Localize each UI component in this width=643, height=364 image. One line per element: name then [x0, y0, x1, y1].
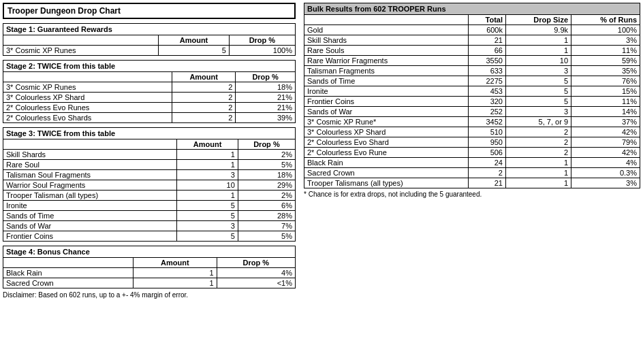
stage3-drop-5: 6%: [238, 201, 295, 211]
stage1-section: Stage 1: Guaranteed Rewards Amount Drop …: [3, 23, 296, 56]
stage3-amt-7: 3: [177, 221, 238, 231]
bulk-note: * Chance is for extra drops, not includi…: [304, 191, 640, 198]
bulk-row-frontiercoin: Frontier Coins 320 5 11%: [304, 97, 640, 107]
bulk-col-item: [304, 15, 469, 25]
stage2-col-drop: Drop %: [236, 72, 296, 82]
stage3-col-amount: Amount: [177, 139, 238, 150]
bulk-drop-blackrain: 1: [505, 158, 571, 168]
stage1-table: Stage 1: Guaranteed Rewards Amount Drop …: [3, 23, 296, 56]
bulk-total-gold: 600k: [468, 25, 505, 35]
stage3-drop-6: 28%: [238, 211, 295, 221]
stage2-amt-3: 2: [172, 113, 236, 123]
stage3-amt-4: 1: [177, 191, 238, 201]
bulk-row-sandstime: Sands of Time 2275 5 76%: [304, 76, 640, 86]
bulk-pct-cosmicrune: 37%: [571, 117, 640, 127]
bulk-item-evorune: 2* Colourless Evo Rune: [304, 148, 469, 158]
stage2-table: Stage 2: TWICE from this table Amount Dr…: [3, 60, 296, 123]
stage1-row-0: 3* Cosmic XP Runes 5 100%: [3, 46, 296, 56]
bulk-row-clshard: 3* Colourless XP Shard 510 2 42%: [304, 127, 640, 137]
bulk-row-sacredcrown: Sacred Crown 2 1 0.3%: [304, 168, 640, 178]
stage4-col-drop: Drop %: [217, 258, 295, 268]
stage1-title: Stage 1: Guaranteed Rewards: [3, 24, 296, 35]
bulk-row-ironite: Ironite 453 5 15%: [304, 86, 640, 97]
bulk-pct-gold: 100%: [571, 25, 640, 35]
bulk-pct-talismanfrag: 35%: [571, 66, 640, 76]
stage2-amt-2: 2: [172, 103, 236, 113]
bulk-row-evoshard: 2* Colourless Evo Shard 950 2 79%: [304, 137, 640, 148]
stage2-amt-0: 2: [172, 82, 236, 93]
bulk-item-sandswar: Sands of War: [304, 107, 469, 117]
stage4-drop-1: <1%: [217, 278, 295, 288]
bulk-row-skillshards: Skill Shards 21 1 3%: [304, 35, 640, 46]
stage2-section: Stage 2: TWICE from this table Amount Dr…: [3, 60, 296, 123]
bulk-drop-sacredcrown: 1: [505, 168, 571, 178]
bulk-item-skillshards: Skill Shards: [304, 35, 469, 46]
stage3-item-8: Frontier Coins: [3, 231, 177, 242]
stage3-amt-3: 10: [177, 180, 238, 191]
stage4-row-1: Sacred Crown 1 <1%: [3, 278, 296, 288]
bulk-total-raresouls: 66: [468, 46, 505, 56]
bulk-title: Bulk Results from 602 TROOPER Runs: [304, 3, 640, 15]
stage2-drop-0: 18%: [236, 82, 296, 93]
bulk-drop-skillshards: 1: [505, 35, 571, 46]
main-title: Trooper Dungeon Drop Chart: [3, 3, 296, 19]
bulk-item-gold: Gold: [304, 25, 469, 35]
bulk-total-frontiercoin: 320: [468, 97, 505, 107]
stage3-amt-5: 5: [177, 201, 238, 211]
bulk-pct-rwf: 59%: [571, 56, 640, 66]
bulk-drop-trooptal: 1: [505, 178, 571, 188]
right-panel: Bulk Results from 602 TROOPER Runs Total…: [304, 3, 640, 198]
stage3-table: Stage 3: TWICE from this table Amount Dr…: [3, 127, 296, 242]
stage3-item-4: Trooper Talisman (all types): [3, 191, 177, 201]
stage2-drop-2: 21%: [236, 103, 296, 113]
stage4-title: Stage 4: Bonus Chance: [3, 246, 296, 258]
stage1-drop-0: 100%: [229, 46, 295, 56]
bulk-pct-sacredcrown: 0.3%: [571, 168, 640, 178]
stage4-item-1: Sacred Crown: [3, 278, 134, 288]
stage2-drop-1: 21%: [236, 93, 296, 103]
stage3-drop-2: 18%: [238, 170, 295, 180]
stage4-row-0: Black Rain 1 4%: [3, 268, 296, 278]
stage3-drop-1: 5%: [238, 160, 295, 170]
bulk-item-trooptal: Trooper Talismans (all types): [304, 178, 469, 188]
bulk-total-evoshard: 950: [468, 137, 505, 148]
stage2-row-1: 3* Colourless XP Shard 2 21%: [3, 93, 296, 103]
bulk-pct-evoshard: 79%: [571, 137, 640, 148]
bulk-row-raresouls: Rare Souls 66 1 11%: [304, 46, 640, 56]
stage2-row-3: 2* Colourless Evo Shards 2 39%: [3, 113, 296, 123]
bulk-row-blackrain: Black Rain 24 1 4%: [304, 158, 640, 168]
disclaimer: Disclaimer: Based on 602 runs, up to a +…: [3, 291, 296, 299]
stage3-section: Stage 3: TWICE from this table Amount Dr…: [3, 127, 296, 242]
stage3-drop-7: 7%: [238, 221, 295, 231]
stage3-amt-6: 5: [177, 211, 238, 221]
stage2-item-1: 3* Colourless XP Shard: [3, 93, 172, 103]
stage3-col-item: [3, 139, 177, 150]
bulk-item-blackrain: Black Rain: [304, 158, 469, 168]
stage3-col-drop: Drop %: [238, 139, 295, 150]
bulk-total-sandstime: 2275: [468, 76, 505, 86]
bulk-row-talismanfrag: Talisman Fragments 633 3 35%: [304, 66, 640, 76]
bulk-row-rwf: Rare Warrior Fragments 3550 10 59%: [304, 56, 640, 66]
stage1-col-drop: Drop %: [229, 35, 295, 46]
stage2-title: Stage 2: TWICE from this table: [3, 61, 296, 72]
stage3-row-6: Sands of Time 5 28%: [3, 211, 296, 221]
bulk-total-sandswar: 252: [468, 107, 505, 117]
bulk-row-cosmicrune: 3* Cosmic XP Rune* 3452 5, 7, or 9 37%: [304, 117, 640, 127]
stage4-table: Stage 4: Bonus Chance Amount Drop % Blac…: [3, 246, 296, 288]
bulk-item-clshard: 3* Colourless XP Shard: [304, 127, 469, 137]
bulk-drop-talismanfrag: 3: [505, 66, 571, 76]
bulk-total-skillshards: 21: [468, 35, 505, 46]
bulk-drop-frontiercoin: 5: [505, 97, 571, 107]
bulk-item-talismanfrag: Talisman Fragments: [304, 66, 469, 76]
stage3-item-2: Talisman Soul Fragments: [3, 170, 177, 180]
stage2-item-3: 2* Colourless Evo Shards: [3, 113, 172, 123]
stage4-col-item: [3, 258, 134, 268]
bulk-item-sandstime: Sands of Time: [304, 76, 469, 86]
bulk-item-ironite: Ironite: [304, 86, 469, 97]
stage4-col-amount: Amount: [134, 258, 217, 268]
stage3-row-1: Rare Soul 1 5%: [3, 160, 296, 170]
stage3-item-0: Skill Shards: [3, 150, 177, 160]
stage3-row-5: Ironite 5 6%: [3, 201, 296, 211]
stage2-item-2: 2* Colourless Evo Runes: [3, 103, 172, 113]
stage3-item-1: Rare Soul: [3, 160, 177, 170]
